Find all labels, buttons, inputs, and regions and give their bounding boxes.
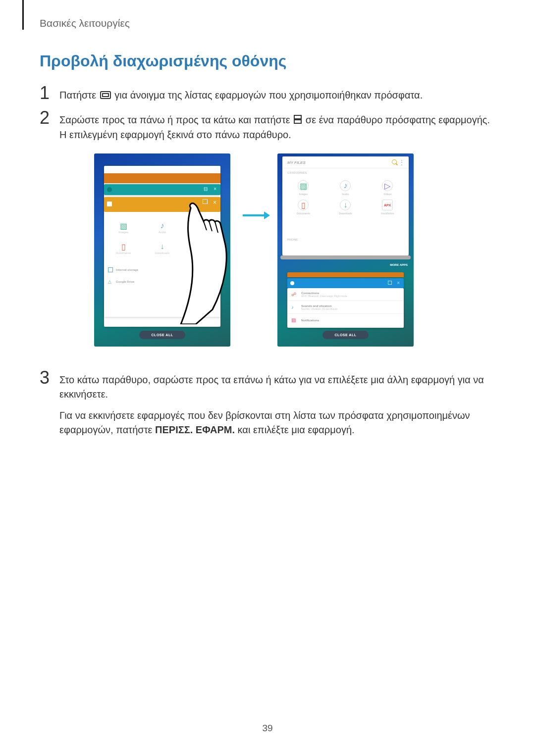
apk-icon: APK (382, 200, 393, 210)
downloads-icon: ↓ (340, 200, 351, 210)
split-icon: ⊟ (204, 186, 208, 192)
top-pane-myfiles: MY FILES ⋮ CATEGORIES ▧Images ♪Audio ▷Vi… (282, 156, 409, 255)
images-icon: ▧ (118, 221, 128, 231)
videos-icon: ▷ (382, 180, 393, 191)
breadcrumb: Βασικές λειτουργίες (40, 17, 130, 29)
step-2: 2 Σαρώστε προς τα πάνω ή προς τα κάτω κα… (40, 109, 495, 142)
step-3: 3 Στο κάτω παράθυρο, σαρώστε προς τα επά… (40, 369, 495, 437)
step-1-post: για άνοιγμα της λίστας εφαρμογών που χρη… (112, 90, 423, 101)
more-apps-label: MORE APPS (390, 263, 408, 266)
my-files-title: MY FILES (287, 160, 306, 165)
step-1: 1 Πατήστε για άνοιγμα της λίστας εφαρμογ… (40, 84, 495, 103)
svg-rect-1 (103, 94, 108, 97)
videos-icon: ▷ (196, 221, 206, 231)
bottom-card-blue-header: × (287, 278, 404, 288)
page-number: 39 (262, 723, 272, 734)
audio-icon: ♪ (340, 180, 351, 191)
recent-card-orange (104, 173, 220, 183)
recent-card-yellow-header: × (104, 197, 220, 212)
split-icon (388, 281, 392, 285)
step-1-text: Πατήστε για άνοιγμα της λίστας εφαρμογών… (59, 84, 423, 103)
step-2-number: 2 (40, 109, 59, 127)
close-icon: × (213, 199, 216, 206)
close-icon: × (397, 280, 400, 286)
step-2-pre: Σαρώστε προς τα πάνω ή προς τα κάτω και … (59, 114, 293, 125)
split-screen-icon (294, 113, 302, 128)
phone-after: MY FILES ⋮ CATEGORIES ▧Images ♪Audio ▷Vi… (277, 153, 414, 347)
more-icon: ⋮ (399, 159, 405, 166)
svg-marker-5 (264, 211, 270, 219)
documents-icon: ▯ (298, 200, 309, 210)
split-icon (203, 199, 208, 204)
settings-preview: ☍ConnectionsWi-Fi, Bluetooth, Data usage… (287, 288, 404, 328)
recent-card-teal-header: ⊟ × (104, 184, 220, 195)
step-2-text: Σαρώστε προς τα πάνω ή προς τα κάτω και … (59, 109, 495, 142)
page-title: Προβολή διαχωρισμένης οθόνης (40, 52, 286, 70)
images-icon: ▧ (298, 180, 309, 191)
audio-icon: ♪ (157, 221, 167, 231)
phone-before: ⊟ × × ▧Images ♪Audio ▷Videos ▯Documents … (94, 153, 230, 347)
notifications-icon: ▤ (291, 317, 297, 323)
close-all-button: CLOSE ALL (139, 331, 186, 339)
apk-icon: APK (196, 242, 206, 252)
svg-rect-3 (294, 120, 301, 123)
downloads-icon: ↓ (157, 242, 167, 252)
recent-apps-icon (100, 89, 111, 103)
bottom-card-orange (287, 272, 404, 277)
split-divider (280, 255, 411, 259)
my-files-preview: ▧Images ♪Audio ▷Videos ▯Documents ↓Downl… (104, 212, 220, 317)
svg-rect-2 (294, 115, 301, 119)
close-icon: × (214, 186, 216, 192)
step-1-pre: Πατήστε (59, 90, 99, 101)
sounds-icon: ♪ (291, 304, 297, 310)
categories-label: CATEGORIES (287, 171, 307, 174)
step-3-p1: Στο κάτω παράθυρο, σαρώστε προς τα επάνω… (59, 373, 495, 402)
more-apps-bold: ΠΕΡΙΣΣ. ΕΦΑΡΜ. (155, 424, 235, 435)
internal-storage-label: Internal storage (116, 268, 138, 271)
connections-icon: ☍ (291, 292, 297, 297)
step-1-number: 1 (40, 84, 59, 102)
google-drive-label: Google Drive (116, 280, 134, 283)
close-all-button: CLOSE ALL (322, 331, 369, 339)
arrow-icon (243, 210, 270, 220)
instruction-figure: ⊟ × × ▧Images ♪Audio ▷Videos ▯Documents … (94, 153, 451, 352)
step-3-number: 3 (40, 369, 59, 387)
search-icon (392, 159, 397, 164)
step-3-p2b: και επιλέξτε μια εφαρμογή. (235, 424, 355, 435)
documents-icon: ▯ (118, 242, 128, 252)
phone-label: PHONE (287, 238, 298, 241)
step-3-text: Στο κάτω παράθυρο, σαρώστε προς τα επάνω… (59, 369, 495, 437)
header-accent (22, 0, 24, 30)
